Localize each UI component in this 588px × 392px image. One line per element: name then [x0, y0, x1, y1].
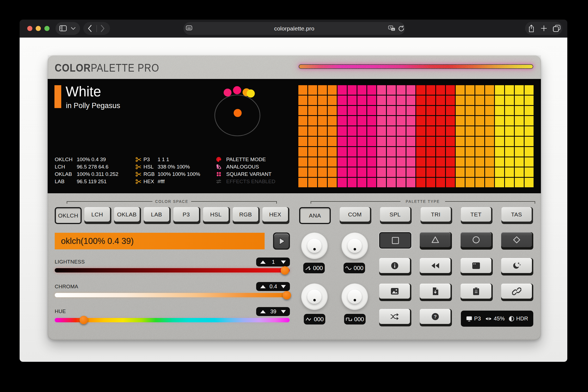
- svg-text:x: x: [393, 28, 394, 31]
- svg-text:?: ?: [434, 314, 436, 319]
